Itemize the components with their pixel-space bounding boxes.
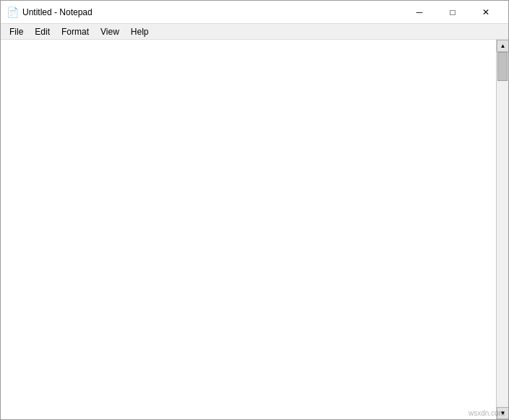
menu-view[interactable]: View: [95, 25, 125, 38]
text-editor[interactable]: [1, 40, 496, 419]
maximize-button[interactable]: □: [436, 1, 469, 24]
scroll-down-button[interactable]: ▼: [497, 407, 508, 419]
menu-bar: File Edit Format View Help: [1, 24, 508, 40]
content-area: ▲ ▼: [1, 40, 508, 419]
notepad-icon: 📄: [7, 7, 18, 18]
title-bar-controls: ─ □ ✕: [403, 1, 502, 24]
close-button[interactable]: ✕: [469, 1, 502, 24]
scroll-track[interactable]: [497, 52, 508, 407]
menu-format[interactable]: Format: [56, 25, 95, 38]
vertical-scrollbar[interactable]: ▲ ▼: [496, 40, 508, 419]
menu-edit[interactable]: Edit: [29, 25, 56, 38]
window-title: Untitled - Notepad: [22, 7, 93, 17]
title-bar: 📄 Untitled - Notepad ─ □ ✕: [1, 1, 508, 24]
menu-file[interactable]: File: [4, 25, 29, 38]
title-bar-left: 📄 Untitled - Notepad: [7, 7, 93, 18]
notepad-window: 📄 Untitled - Notepad ─ □ ✕ File Edit For…: [0, 0, 509, 420]
minimize-button[interactable]: ─: [403, 1, 436, 24]
menu-help[interactable]: Help: [125, 25, 155, 38]
scroll-up-button[interactable]: ▲: [497, 40, 508, 52]
scroll-thumb[interactable]: [497, 52, 508, 81]
